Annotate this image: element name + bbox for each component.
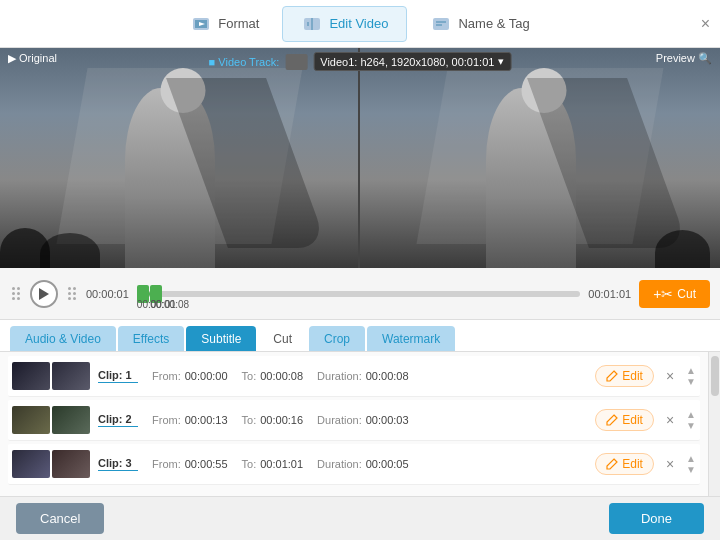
clip-1-info: Clip: 1 From: 00:00:00 To: 00:00:08 Dura… xyxy=(98,369,587,383)
clip-1-close[interactable]: × xyxy=(662,368,678,384)
edit-tabs-bar: Audio & Video Effects Subtitle Cut Crop … xyxy=(0,320,720,352)
clip-1-from: From: 00:00:00 xyxy=(152,370,228,382)
clip-2-thumbs xyxy=(12,406,90,434)
clip-thumb-1a xyxy=(12,362,50,390)
video-thumb-small xyxy=(285,54,307,70)
clip-2-edit-button[interactable]: Edit xyxy=(595,409,654,431)
tab-name-tag[interactable]: Name & Tag xyxy=(411,6,548,42)
clip-1-down-arrow[interactable]: ▼ xyxy=(686,377,696,387)
original-label: ▶ Original xyxy=(8,52,57,65)
edit-video-icon xyxy=(301,13,323,35)
clip-2-close[interactable]: × xyxy=(662,412,678,428)
clip-3-from: From: 00:00:55 xyxy=(152,458,228,470)
play-button[interactable] xyxy=(30,280,58,308)
clip-2-up-arrow[interactable]: ▲ xyxy=(686,410,696,420)
tab-group: Format Edit Video Name & Tag xyxy=(171,6,549,42)
tab-audio-video[interactable]: Audio & Video xyxy=(10,326,116,351)
clip-row: Clip: 2 From: 00:00:13 To: 00:00:16 Dura… xyxy=(8,400,700,441)
clip-3-down-arrow[interactable]: ▼ xyxy=(686,465,696,475)
clip-3-info: Clip: 3 From: 00:00:55 To: 00:01:01 Dura… xyxy=(98,457,587,471)
footer: Cancel Done xyxy=(0,496,720,540)
clip-3-up-arrow[interactable]: ▲ xyxy=(686,454,696,464)
format-icon xyxy=(190,13,212,35)
clip-1-arrows: ▲ ▼ xyxy=(686,366,696,387)
close-button[interactable]: × xyxy=(701,15,710,33)
clip-row: Clip: 3 From: 00:00:55 To: 00:01:01 Dura… xyxy=(8,444,700,485)
clip-3-edit-button[interactable]: Edit xyxy=(595,453,654,475)
clip-thumb-2b xyxy=(52,406,90,434)
clip-thumb-2a xyxy=(12,406,50,434)
drag-handle-2 xyxy=(66,285,78,302)
tab-format[interactable]: Format xyxy=(171,6,278,42)
cut-label: Cut xyxy=(677,287,696,301)
preview-label: Preview 🔍 xyxy=(656,52,712,65)
timeline-start-time: 00:00:01 xyxy=(86,288,129,300)
clip-2-name: Clip: 2 xyxy=(98,413,138,427)
title-bar: Format Edit Video Name & Tag × xyxy=(0,0,720,48)
tab-name-tag-label: Name & Tag xyxy=(458,16,529,31)
clip-1-edit-button[interactable]: Edit xyxy=(595,365,654,387)
tab-effects[interactable]: Effects xyxy=(118,326,184,351)
clip-3-name: Clip: 3 xyxy=(98,457,138,471)
video-track-bar: ■ Video Track: Video1: h264, 1920x1080, … xyxy=(209,52,512,71)
cancel-button[interactable]: Cancel xyxy=(16,503,104,534)
tab-edit-video[interactable]: Edit Video xyxy=(282,6,407,42)
clip-3-thumbs xyxy=(12,450,90,478)
clip-3-close[interactable]: × xyxy=(662,456,678,472)
timeline-end-time: 00:01:01 xyxy=(588,288,631,300)
track-dropdown-icon: ▾ xyxy=(498,55,504,68)
video-pane-right xyxy=(360,48,720,268)
clip-3-duration: Duration: 00:00:05 xyxy=(317,458,408,470)
tab-watermark[interactable]: Watermark xyxy=(367,326,455,351)
clip-1-duration: Duration: 00:00:08 xyxy=(317,370,408,382)
video-bg-left xyxy=(0,48,358,268)
clip-2-duration: Duration: 00:00:03 xyxy=(317,414,408,426)
clips-area: Clip: 1 From: 00:00:00 To: 00:00:08 Dura… xyxy=(0,352,720,496)
clip-2-down-arrow[interactable]: ▼ xyxy=(686,421,696,431)
cut-icon: +✂ xyxy=(653,286,673,302)
clip-1-up-arrow[interactable]: ▲ xyxy=(686,366,696,376)
clip-2-arrows: ▲ ▼ xyxy=(686,410,696,431)
clip-1-to: To: 00:00:08 xyxy=(242,370,304,382)
clips-list: Clip: 1 From: 00:00:00 To: 00:00:08 Dura… xyxy=(0,352,708,496)
tab-edit-video-label: Edit Video xyxy=(329,16,388,31)
tab-subtitle[interactable]: Subtitle xyxy=(186,326,256,351)
clip-row: Clip: 1 From: 00:00:00 To: 00:00:08 Dura… xyxy=(8,356,700,397)
svg-marker-9 xyxy=(39,288,49,300)
clip-1-thumbs xyxy=(12,362,90,390)
tab-format-label: Format xyxy=(218,16,259,31)
clip-2-to: To: 00:00:16 xyxy=(242,414,304,426)
clip-1-name: Clip: 1 xyxy=(98,369,138,383)
tab-crop[interactable]: Crop xyxy=(309,326,365,351)
video-track-select[interactable]: Video1: h264, 1920x1080, 00:01:01 ▾ xyxy=(313,52,511,71)
timeline-track[interactable]: 00:00:01 00:00:08 xyxy=(137,278,580,310)
clip-thumb-3a xyxy=(12,450,50,478)
clip-2-info: Clip: 2 From: 00:00:13 To: 00:00:16 Dura… xyxy=(98,413,587,427)
timeline-bar xyxy=(137,291,580,297)
video-bg-right xyxy=(360,48,720,268)
video-section: ▶ Original ■ Video Track: Video1: h264, … xyxy=(0,48,720,268)
cut-button[interactable]: +✂ Cut xyxy=(639,280,710,308)
scrollbar[interactable] xyxy=(708,352,720,496)
timeline-label-handle: 00:00:08 xyxy=(150,299,189,310)
track-label: ■ Video Track: xyxy=(209,56,280,68)
clip-thumb-3b xyxy=(52,450,90,478)
clip-thumb-1b xyxy=(52,362,90,390)
drag-handle xyxy=(10,285,22,302)
video-pane-left xyxy=(0,48,360,268)
clip-3-to: To: 00:01:01 xyxy=(242,458,304,470)
scrollbar-thumb[interactable] xyxy=(711,356,719,396)
tab-cut[interactable]: Cut xyxy=(258,326,307,351)
name-tag-icon xyxy=(430,13,452,35)
clip-2-from: From: 00:00:13 xyxy=(152,414,228,426)
svg-rect-6 xyxy=(433,18,449,30)
track-value: Video1: h264, 1920x1080, 00:01:01 xyxy=(320,56,494,68)
done-button[interactable]: Done xyxy=(609,503,704,534)
timeline-section: 00:00:01 00:00:01 00:00:08 00:01:01 +✂ C… xyxy=(0,268,720,320)
clip-3-arrows: ▲ ▼ xyxy=(686,454,696,475)
